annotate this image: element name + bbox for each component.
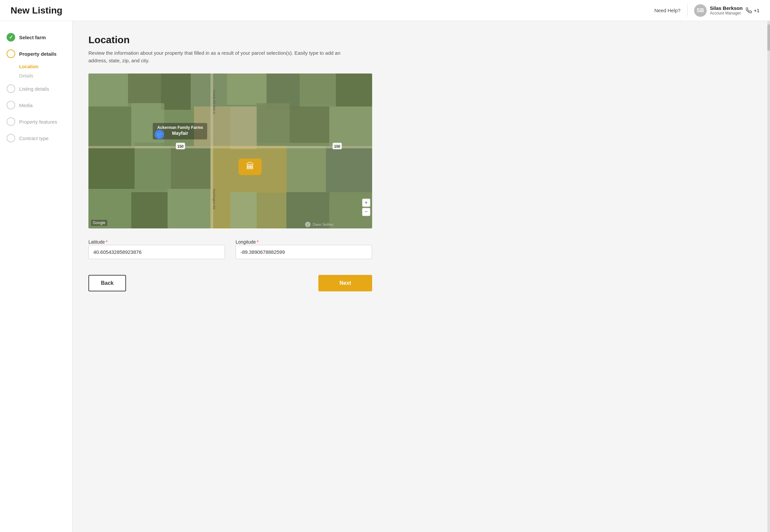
svg-text:🏛: 🏛: [246, 161, 254, 171]
phone-info: +1: [746, 8, 759, 14]
step-circle-listing-details: [7, 84, 15, 93]
scrollbar-track[interactable]: [767, 21, 770, 532]
latitude-label: Latitude*: [88, 239, 107, 245]
avatar: SB: [694, 4, 707, 17]
step-circle-select-farm: ✓: [7, 33, 15, 42]
next-button[interactable]: Next: [318, 275, 372, 291]
svg-rect-24: [131, 192, 167, 228]
svg-rect-18: [88, 146, 134, 189]
svg-rect-5: [227, 74, 267, 105]
sidebar-item-listing-details[interactable]: Listing details: [0, 80, 72, 97]
latitude-input[interactable]: [88, 245, 225, 259]
location-description: Review the information about your proper…: [88, 49, 359, 64]
svg-rect-22: [326, 146, 372, 192]
svg-rect-7: [300, 74, 336, 103]
svg-text:i: i: [308, 223, 308, 226]
longitude-field-group: Longitude*: [236, 239, 372, 259]
sidebar-label-select-farm: Select farm: [19, 35, 46, 40]
sidebar: ✓ Select farm Property details Location …: [0, 21, 73, 532]
scrollbar-thumb[interactable]: [767, 24, 770, 51]
svg-text:+: +: [365, 200, 368, 205]
svg-rect-21: [286, 146, 326, 192]
sidebar-item-contract-type[interactable]: Contract type: [0, 130, 72, 146]
location-title: Location: [88, 34, 754, 45]
svg-text:🛒: 🛒: [157, 132, 163, 138]
phone-icon: [746, 8, 752, 14]
map-container: 150 150 Ackerman Family Farms Mayfair 🛒 …: [88, 74, 372, 228]
svg-text:150: 150: [334, 144, 340, 148]
sidebar-item-property-features[interactable]: Property features: [0, 113, 72, 130]
longitude-label: Longitude*: [236, 239, 259, 245]
svg-text:Dave Seifres: Dave Seifres: [313, 222, 334, 226]
sidebar-label-property-details: Property details: [19, 51, 56, 57]
svg-text:Ackerman Family Farms: Ackerman Family Farms: [157, 125, 203, 130]
svg-text:County Rd 2800 E: County Rd 2800 E: [213, 90, 216, 114]
svg-rect-14: [257, 103, 290, 143]
sidebar-label-listing-details: Listing details: [19, 86, 49, 92]
user-details: Silas Berkson Account Manager: [710, 5, 743, 15]
sidebar-item-property-details[interactable]: Property details: [0, 45, 72, 62]
sidebar-label-media: Media: [19, 103, 33, 108]
svg-rect-2: [128, 74, 161, 103]
step-circle-media: [7, 101, 15, 109]
header-right: Need Help? SB Silas Berkson Account Mana…: [654, 4, 759, 17]
sidebar-item-select-farm[interactable]: ✓ Select farm: [0, 29, 72, 45]
sub-item-details[interactable]: Details: [19, 71, 72, 80]
sidebar-item-media[interactable]: Media: [0, 97, 72, 113]
action-buttons: Back Next: [88, 275, 372, 305]
svg-rect-19: [134, 143, 171, 189]
svg-text:Washington Rd: Washington Rd: [213, 189, 216, 209]
svg-rect-13: [230, 106, 257, 149]
svg-rect-15: [290, 106, 329, 143]
user-name: Silas Berkson: [710, 5, 743, 11]
svg-rect-16: [329, 106, 372, 146]
sidebar-label-contract-type: Contract type: [19, 135, 48, 141]
latitude-field-group: Latitude*: [88, 239, 225, 259]
svg-rect-9: [88, 106, 131, 146]
svg-rect-8: [336, 74, 372, 106]
need-help-label: Need Help?: [654, 8, 680, 13]
longitude-input[interactable]: [236, 245, 372, 259]
layout: ✓ Select farm Property details Location …: [0, 21, 770, 532]
header: New Listing Need Help? SB Silas Berkson …: [0, 0, 770, 21]
longitude-required-star: *: [257, 239, 259, 245]
svg-text:−: −: [365, 209, 368, 214]
svg-rect-20: [171, 146, 211, 189]
sidebar-label-property-features: Property features: [19, 119, 57, 125]
coordinates-fields: Latitude* Longitude*: [88, 239, 372, 259]
back-button[interactable]: Back: [88, 275, 126, 291]
phone-number: +1: [754, 8, 759, 13]
map-google-label: Google: [91, 220, 107, 226]
step-circle-property-features: [7, 117, 15, 126]
property-details-sub-items: Location Details: [0, 62, 72, 80]
main-content: Location Review the information about yo…: [73, 21, 770, 532]
step-circle-contract-type: [7, 134, 15, 142]
step-circle-property-details: [7, 49, 15, 58]
svg-text:150: 150: [177, 144, 183, 148]
svg-rect-4: [191, 74, 227, 106]
svg-rect-3: [161, 74, 191, 110]
svg-rect-30: [88, 146, 372, 148]
svg-rect-26: [230, 192, 257, 228]
svg-rect-25: [167, 189, 211, 228]
user-info: SB Silas Berkson Account Manager +1: [687, 4, 759, 17]
sub-item-location[interactable]: Location: [19, 62, 72, 71]
page-title: New Listing: [11, 5, 62, 16]
map-svg: 150 150 Ackerman Family Farms Mayfair 🛒 …: [88, 74, 372, 228]
latitude-required-star: *: [106, 239, 107, 245]
user-role: Account Manager: [710, 11, 743, 15]
svg-rect-1: [88, 74, 128, 106]
svg-text:Mayfair: Mayfair: [172, 131, 188, 136]
